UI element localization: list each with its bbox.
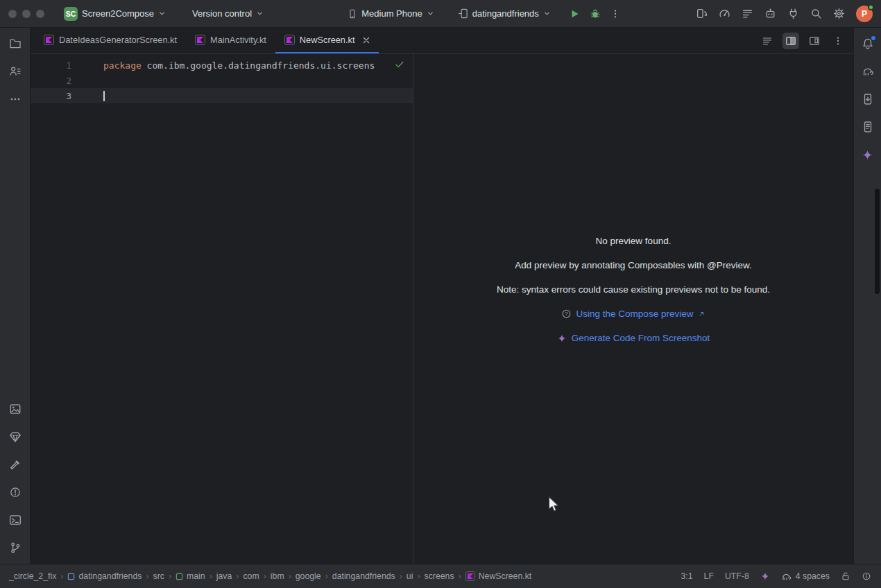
compose-preview-doc-link[interactable]: Using the Compose preview [576,309,694,319]
ai-assistant-icon[interactable] [764,8,776,19]
breadcrumb-separator: › [167,571,173,581]
preview-note-text: Note: syntax errors could cause existing… [497,284,770,295]
right-strip-top-group [860,36,875,162]
online-status-dot [868,4,874,10]
text-caret [103,91,105,101]
device-manager-icon[interactable] [860,92,875,107]
minimize-window-button[interactable] [22,10,31,18]
version-control-widget[interactable]: Version control [188,6,268,21]
code-editor[interactable]: 1 package com.ibm.google.datingandfriend… [31,54,413,564]
run-configuration-selector[interactable]: datingandfriends [454,6,555,21]
window-controls [8,10,44,18]
breadcrumb-separator: › [208,571,214,581]
project-folder-icon[interactable] [8,36,23,51]
keyword-token: package [103,60,142,71]
android-studio-window: SC Screen2Compose Version control Medium… [0,0,881,588]
compose-preview-doc-row: ? Using the Compose preview [561,309,706,319]
project-name: Screen2Compose [82,8,154,19]
line-number-gutter[interactable]: 2 [31,76,83,86]
project-widget[interactable]: SC Screen2Compose [60,4,170,24]
breadcrumb-item[interactable]: screens [422,571,456,582]
tab-dateideasgeneratorscreen[interactable]: DateIdeasGeneratorScreen.kt [35,28,186,53]
line-number-gutter[interactable]: 1 [31,60,83,71]
zoom-window-button[interactable] [36,10,44,18]
device-selector[interactable]: Medium Phone [343,6,438,21]
info-icon[interactable] [862,571,871,581]
encoding-widget[interactable]: UTF-8 [725,571,749,581]
device-explorer-icon[interactable] [860,119,875,135]
tab-label: NewScreen.kt [300,35,355,45]
caret-position-widget[interactable]: 3:1 [681,571,692,581]
right-tool-strip [853,28,881,564]
run-toolbar: Medium Phone datingandfriends [343,6,620,21]
breadcrumb-separator: › [262,571,268,581]
tab-mainactivity[interactable]: MainActivity.kt [186,28,275,53]
logcat-icon[interactable] [742,8,753,19]
build-hammer-icon[interactable] [8,457,23,472]
breadcrumb-separator: › [416,571,421,581]
breadcrumb-separator: › [144,571,150,581]
title-bar: SC Screen2Compose Version control Medium… [0,0,881,28]
run-config-label: datingandfriends [472,8,539,19]
line-number-gutter[interactable]: 3 [31,91,83,101]
gemini-star-icon[interactable] [860,147,875,162]
breadcrumb-item[interactable]: ibm [268,571,286,582]
breadcrumb-item[interactable]: main [173,571,207,582]
breadcrumb-item[interactable]: datingandfriends [65,571,144,582]
close-tab-icon[interactable] [363,37,370,44]
profiler-icon[interactable] [719,8,730,19]
breadcrumb-item[interactable]: google [293,571,323,582]
breadcrumb-item[interactable]: com [241,571,261,582]
line-separator-widget[interactable]: LF [704,571,714,581]
chevron-down-icon [158,10,166,17]
generate-code-link[interactable]: Generate Code From Screenshot [572,333,710,343]
breadcrumb-item[interactable]: src [151,571,166,582]
tab-newscreen[interactable]: NewScreen.kt [275,28,379,53]
notifications-bell-icon[interactable] [860,36,875,51]
avatar-initial: P [862,9,867,19]
indent-widget[interactable]: 4 spaces [781,571,830,582]
terminal-icon[interactable] [8,512,23,528]
problems-icon[interactable] [8,485,23,500]
breadcrumb-item[interactable]: datingandfriends [330,571,397,582]
kotlin-file-icon [465,571,475,581]
resource-manager-icon[interactable] [8,401,23,417]
gemini-status-icon[interactable] [760,571,770,581]
settings-gear-icon[interactable] [833,8,845,19]
breadcrumb-item[interactable]: java [214,571,234,582]
search-icon[interactable] [810,8,822,19]
run-config-icon [458,8,468,19]
editor-current-line: 3 [31,88,413,103]
kotlin-file-icon [284,35,295,45]
gem-icon[interactable] [8,429,23,444]
svg-text:?: ? [565,311,568,317]
breadcrumb-item-file[interactable]: NewScreen.kt [463,571,534,582]
run-button[interactable] [569,8,580,19]
version-control-branch-icon[interactable] [8,540,23,555]
breadcrumb-item[interactable]: ui [404,571,416,582]
more-tool-windows-icon[interactable] [8,92,23,107]
debug-button[interactable] [590,8,601,19]
breadcrumb-separator: › [324,571,330,581]
gradle-icon[interactable] [860,64,875,79]
titlebar-right-actions: P [696,6,873,22]
left-strip-top-group [8,36,23,107]
device-selector-label: Medium Phone [361,8,422,19]
generate-code-row: Generate Code From Screenshot [557,333,710,343]
left-tool-strip [0,28,31,564]
scrollbar-thumb[interactable] [875,189,880,294]
readonly-lock-icon[interactable] [841,571,850,581]
gemini-star-icon [557,334,567,343]
commit-icon[interactable] [8,64,23,79]
more-actions-button[interactable] [610,9,620,19]
inspections-ok-check-icon[interactable] [395,60,404,69]
running-devices-icon[interactable] [696,8,708,19]
breadcrumb-item[interactable]: _circle_2_fix [7,571,58,582]
package-path-token: com.ibm.google.datingandfriends.ui.scree… [142,60,375,71]
sdk-manager-icon[interactable] [787,8,799,19]
close-window-button[interactable] [8,10,17,18]
editor-line: 2 [31,73,413,88]
chevron-down-icon [256,10,264,17]
external-link-icon [698,310,705,318]
avatar[interactable]: P [856,6,873,22]
